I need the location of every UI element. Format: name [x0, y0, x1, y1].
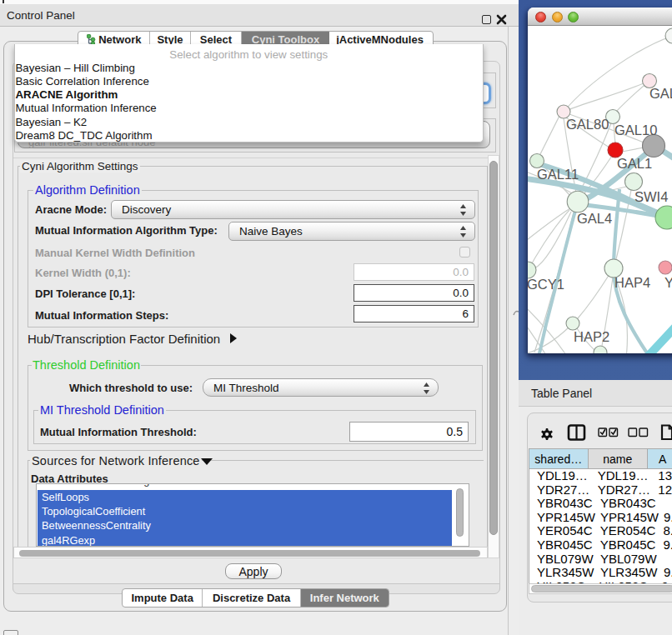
- svg-text:SWI4: SWI4: [634, 189, 668, 204]
- svg-text:GAL80: GAL80: [566, 117, 609, 132]
- svg-text:GAL11: GAL11: [537, 167, 579, 182]
- svg-text:HAP2: HAP2: [574, 329, 609, 344]
- svg-text:GAL1: GAL1: [617, 156, 652, 171]
- svg-text:GCY1: GCY1: [528, 277, 564, 292]
- svg-text:Y: Y: [664, 275, 672, 290]
- svg-text:HAP4: HAP4: [614, 275, 650, 290]
- svg-text:GAL10: GAL10: [614, 122, 657, 138]
- svg-text:GAL2: GAL2: [649, 86, 672, 101]
- svg-text:GAL4: GAL4: [577, 211, 612, 226]
